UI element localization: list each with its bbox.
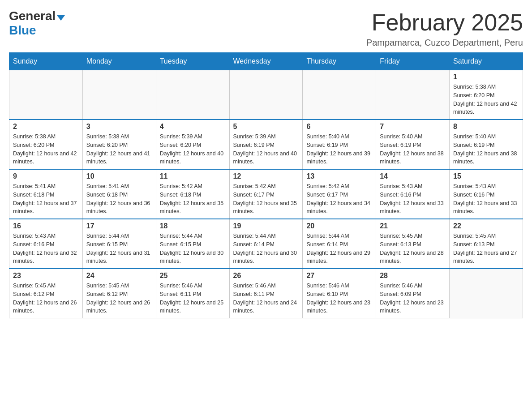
day-info: Sunrise: 5:46 AMSunset: 6:11 PMDaylight:… <box>160 282 226 315</box>
calendar-cell <box>450 269 523 318</box>
calendar-cell: 6Sunrise: 5:40 AMSunset: 6:19 PMDaylight… <box>303 120 376 169</box>
calendar-cell: 4Sunrise: 5:39 AMSunset: 6:20 PMDaylight… <box>156 120 229 169</box>
weekday-header-wednesday: Wednesday <box>229 53 303 70</box>
day-number: 16 <box>13 222 79 230</box>
day-number: 24 <box>86 272 152 280</box>
day-number: 12 <box>233 172 299 180</box>
calendar-cell: 9Sunrise: 5:41 AMSunset: 6:18 PMDaylight… <box>9 169 83 219</box>
calendar-week-1: 1Sunrise: 5:38 AMSunset: 6:20 PMDaylight… <box>9 70 523 120</box>
calendar-week-5: 23Sunrise: 5:45 AMSunset: 6:12 PMDayligh… <box>9 269 523 318</box>
logo-general-text: General <box>9 9 56 23</box>
day-number: 9 <box>13 172 79 180</box>
calendar-cell: 7Sunrise: 5:40 AMSunset: 6:19 PMDaylight… <box>376 120 450 169</box>
day-info: Sunrise: 5:45 AMSunset: 6:12 PMDaylight:… <box>13 282 79 315</box>
day-number: 27 <box>306 272 372 280</box>
calendar-cell: 12Sunrise: 5:42 AMSunset: 6:17 PMDayligh… <box>229 169 303 219</box>
day-number: 22 <box>453 222 519 230</box>
day-number: 17 <box>86 222 152 230</box>
calendar-cell: 19Sunrise: 5:44 AMSunset: 6:14 PMDayligh… <box>229 219 303 269</box>
day-number: 5 <box>233 123 299 131</box>
day-info: Sunrise: 5:42 AMSunset: 6:17 PMDaylight:… <box>233 182 299 216</box>
day-number: 18 <box>160 222 226 230</box>
calendar-cell: 3Sunrise: 5:38 AMSunset: 6:20 PMDaylight… <box>82 120 156 169</box>
calendar-cell: 25Sunrise: 5:46 AMSunset: 6:11 PMDayligh… <box>156 269 229 318</box>
day-number: 28 <box>380 272 446 280</box>
day-info: Sunrise: 5:40 AMSunset: 6:19 PMDaylight:… <box>453 133 519 166</box>
calendar-cell <box>156 70 229 120</box>
day-info: Sunrise: 5:46 AMSunset: 6:11 PMDaylight:… <box>233 282 299 315</box>
calendar-cell: 11Sunrise: 5:42 AMSunset: 6:18 PMDayligh… <box>156 169 229 219</box>
day-info: Sunrise: 5:40 AMSunset: 6:19 PMDaylight:… <box>380 133 446 166</box>
weekday-header-thursday: Thursday <box>303 53 376 70</box>
day-info: Sunrise: 5:44 AMSunset: 6:14 PMDaylight:… <box>306 232 372 265</box>
day-info: Sunrise: 5:44 AMSunset: 6:15 PMDaylight:… <box>160 232 226 265</box>
calendar-cell: 8Sunrise: 5:40 AMSunset: 6:19 PMDaylight… <box>450 120 523 169</box>
calendar-cell: 13Sunrise: 5:42 AMSunset: 6:17 PMDayligh… <box>303 169 376 219</box>
day-info: Sunrise: 5:45 AMSunset: 6:13 PMDaylight:… <box>380 232 446 265</box>
day-number: 2 <box>13 123 79 131</box>
title-block: February 2025 Pampamarca, Cuzco Departme… <box>366 9 523 48</box>
calendar-cell: 14Sunrise: 5:43 AMSunset: 6:16 PMDayligh… <box>376 169 450 219</box>
weekday-header-monday: Monday <box>82 53 156 70</box>
day-info: Sunrise: 5:38 AMSunset: 6:20 PMDaylight:… <box>13 133 79 166</box>
calendar-cell: 18Sunrise: 5:44 AMSunset: 6:15 PMDayligh… <box>156 219 229 269</box>
calendar-cell <box>303 70 376 120</box>
day-info: Sunrise: 5:45 AMSunset: 6:13 PMDaylight:… <box>453 232 519 265</box>
page-header: General Blue February 2025 Pampamarca, C… <box>9 9 523 48</box>
weekday-header-row: SundayMondayTuesdayWednesdayThursdayFrid… <box>9 53 523 70</box>
calendar-cell: 23Sunrise: 5:45 AMSunset: 6:12 PMDayligh… <box>9 269 83 318</box>
day-number: 6 <box>306 123 372 131</box>
day-info: Sunrise: 5:41 AMSunset: 6:18 PMDaylight:… <box>13 182 79 216</box>
calendar-cell: 15Sunrise: 5:43 AMSunset: 6:16 PMDayligh… <box>450 169 523 219</box>
logo-blue-text: Blue <box>9 23 36 37</box>
calendar-cell <box>82 70 156 120</box>
logo-arrow-icon <box>57 15 65 21</box>
day-info: Sunrise: 5:38 AMSunset: 6:20 PMDaylight:… <box>453 83 519 116</box>
day-number: 21 <box>380 222 446 230</box>
day-info: Sunrise: 5:38 AMSunset: 6:20 PMDaylight:… <box>86 133 152 166</box>
day-info: Sunrise: 5:41 AMSunset: 6:18 PMDaylight:… <box>86 182 152 216</box>
day-info: Sunrise: 5:42 AMSunset: 6:18 PMDaylight:… <box>160 182 226 216</box>
day-number: 7 <box>380 123 446 131</box>
day-number: 25 <box>160 272 226 280</box>
calendar-week-2: 2Sunrise: 5:38 AMSunset: 6:20 PMDaylight… <box>9 120 523 169</box>
day-number: 11 <box>160 172 226 180</box>
day-number: 14 <box>380 172 446 180</box>
day-number: 20 <box>306 222 372 230</box>
day-info: Sunrise: 5:39 AMSunset: 6:19 PMDaylight:… <box>233 133 299 166</box>
calendar-cell: 24Sunrise: 5:45 AMSunset: 6:12 PMDayligh… <box>82 269 156 318</box>
calendar-cell <box>376 70 450 120</box>
day-number: 1 <box>453 73 519 81</box>
day-number: 23 <box>13 272 79 280</box>
weekday-header-friday: Friday <box>376 53 450 70</box>
calendar-table: SundayMondayTuesdayWednesdayThursdayFrid… <box>9 52 523 318</box>
calendar-cell: 17Sunrise: 5:44 AMSunset: 6:15 PMDayligh… <box>82 219 156 269</box>
day-info: Sunrise: 5:39 AMSunset: 6:20 PMDaylight:… <box>160 133 226 166</box>
day-info: Sunrise: 5:40 AMSunset: 6:19 PMDaylight:… <box>306 133 372 166</box>
logo: General Blue <box>9 9 65 38</box>
calendar-cell: 22Sunrise: 5:45 AMSunset: 6:13 PMDayligh… <box>450 219 523 269</box>
calendar-cell: 5Sunrise: 5:39 AMSunset: 6:19 PMDaylight… <box>229 120 303 169</box>
day-info: Sunrise: 5:45 AMSunset: 6:12 PMDaylight:… <box>86 282 152 315</box>
calendar-cell: 10Sunrise: 5:41 AMSunset: 6:18 PMDayligh… <box>82 169 156 219</box>
day-info: Sunrise: 5:43 AMSunset: 6:16 PMDaylight:… <box>13 232 79 265</box>
day-info: Sunrise: 5:46 AMSunset: 6:09 PMDaylight:… <box>380 282 446 315</box>
day-info: Sunrise: 5:42 AMSunset: 6:17 PMDaylight:… <box>306 182 372 216</box>
day-number: 10 <box>86 172 152 180</box>
calendar-cell: 26Sunrise: 5:46 AMSunset: 6:11 PMDayligh… <box>229 269 303 318</box>
day-info: Sunrise: 5:43 AMSunset: 6:16 PMDaylight:… <box>380 182 446 216</box>
day-number: 13 <box>306 172 372 180</box>
day-info: Sunrise: 5:46 AMSunset: 6:10 PMDaylight:… <box>306 282 372 315</box>
day-number: 3 <box>86 123 152 131</box>
calendar-cell: 21Sunrise: 5:45 AMSunset: 6:13 PMDayligh… <box>376 219 450 269</box>
day-info: Sunrise: 5:44 AMSunset: 6:14 PMDaylight:… <box>233 232 299 265</box>
day-info: Sunrise: 5:43 AMSunset: 6:16 PMDaylight:… <box>453 182 519 216</box>
calendar-cell: 2Sunrise: 5:38 AMSunset: 6:20 PMDaylight… <box>9 120 83 169</box>
day-number: 8 <box>453 123 519 131</box>
day-info: Sunrise: 5:44 AMSunset: 6:15 PMDaylight:… <box>86 232 152 265</box>
day-number: 19 <box>233 222 299 230</box>
calendar-cell <box>229 70 303 120</box>
calendar-cell <box>9 70 83 120</box>
calendar-week-4: 16Sunrise: 5:43 AMSunset: 6:16 PMDayligh… <box>9 219 523 269</box>
day-number: 15 <box>453 172 519 180</box>
